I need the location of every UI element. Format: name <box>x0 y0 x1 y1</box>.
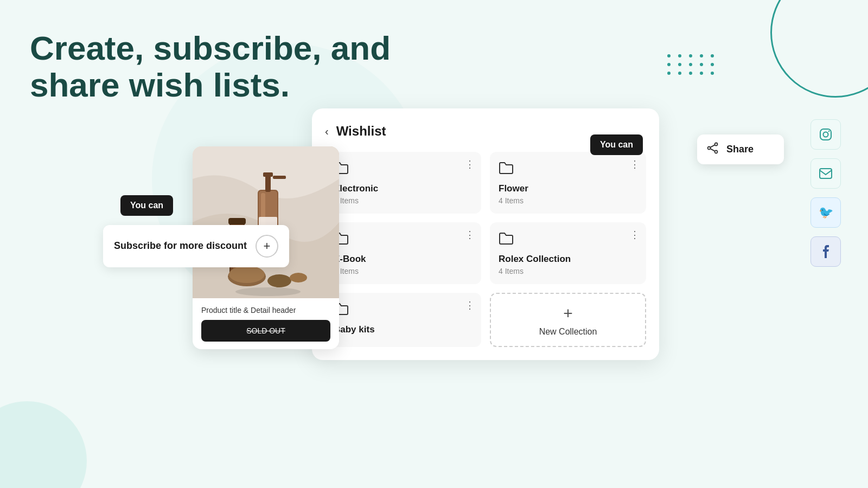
svg-rect-11 <box>228 218 246 224</box>
ebook-name: E-Book <box>334 254 473 265</box>
wishlist-item-electronic[interactable]: ⋮ Electronic 4 Items <box>325 152 481 214</box>
folder-icon-rolex <box>499 232 637 248</box>
svg-rect-25 <box>820 169 832 178</box>
subscribe-plus-button[interactable]: + <box>256 235 278 258</box>
bg-circle-top-right <box>770 0 868 98</box>
dot-grid <box>667 54 716 75</box>
electronic-count: 4 Items <box>334 196 473 205</box>
electronic-name: Electronic <box>334 183 473 194</box>
product-card-info: Product title & Detail header SOLD OUT <box>193 298 339 349</box>
wishlist-grid: ⋮ Electronic 4 Items ⋮ Flower 4 Items ⋮ <box>325 152 646 347</box>
social-icons-panel: 🐦 <box>810 119 841 267</box>
svg-point-15 <box>290 273 307 282</box>
twitter-button[interactable]: 🐦 <box>810 197 841 228</box>
svg-point-16 <box>235 287 301 296</box>
more-button-electronic[interactable]: ⋮ <box>465 159 475 169</box>
wishlist-item-rolex[interactable]: ⋮ Rolex Collection 4 Items <box>490 222 646 284</box>
more-button-baby[interactable]: ⋮ <box>465 300 475 310</box>
wishlist-item-new-collection[interactable]: + New Collection <box>490 293 646 347</box>
svg-rect-22 <box>820 129 831 140</box>
facebook-icon <box>822 245 829 259</box>
wishlist-item-flower[interactable]: ⋮ Flower 4 Items <box>490 152 646 214</box>
you-can-label-left: You can <box>130 201 163 210</box>
email-icon <box>819 168 833 179</box>
svg-rect-6 <box>263 172 273 177</box>
hero-section: Create, subscribe, and share wish lists. <box>30 30 442 104</box>
facebook-button[interactable] <box>810 236 841 267</box>
svg-point-18 <box>708 147 711 150</box>
instagram-button[interactable] <box>810 119 841 150</box>
product-title: Product title & Detail header <box>201 306 330 314</box>
svg-line-20 <box>710 145 715 147</box>
svg-point-23 <box>824 132 828 137</box>
product-image-svg <box>193 146 339 298</box>
svg-point-24 <box>828 131 829 132</box>
folder-icon <box>334 162 473 178</box>
more-button-ebook[interactable]: ⋮ <box>465 230 475 240</box>
instagram-icon <box>819 127 833 142</box>
svg-rect-7 <box>273 176 286 179</box>
wishlist-item-baby-kits[interactable]: ⋮ Baby kits <box>325 293 481 347</box>
svg-point-17 <box>715 143 718 146</box>
svg-point-14 <box>267 274 291 287</box>
back-button[interactable]: ‹ <box>325 125 329 138</box>
ebook-count: 4 Items <box>334 267 473 275</box>
you-can-badge-right: You can <box>590 134 643 155</box>
svg-point-13 <box>229 266 265 283</box>
subscribe-text: Subscribe for more discount <box>114 240 247 252</box>
wishlist-item-ebook[interactable]: ⋮ E-Book 4 Items <box>325 222 481 284</box>
share-label: Share <box>726 144 754 155</box>
rolex-name: Rolex Collection <box>499 254 637 265</box>
more-button-flower[interactable]: ⋮ <box>630 159 640 169</box>
new-collection-label: New Collection <box>539 327 597 337</box>
wishlist-title: Wishlist <box>336 124 386 139</box>
bg-circle-bottom-left <box>0 401 87 488</box>
share-dropdown: Share <box>697 134 784 164</box>
share-icon <box>707 142 719 157</box>
svg-line-21 <box>710 149 715 151</box>
folder-icon-flower <box>499 162 637 178</box>
product-card-image <box>193 146 339 298</box>
baby-kits-name: Baby kits <box>334 324 473 335</box>
svg-point-19 <box>715 151 718 153</box>
flower-name: Flower <box>499 183 637 194</box>
hero-title: Create, subscribe, and share wish lists. <box>30 30 442 104</box>
folder-icon-baby <box>334 303 473 319</box>
rolex-count: 4 Items <box>499 267 637 275</box>
flower-count: 4 Items <box>499 196 637 205</box>
new-collection-plus: + <box>563 304 573 323</box>
you-can-label-right: You can <box>600 140 633 149</box>
subscribe-tooltip: Subscribe for more discount + <box>103 225 289 267</box>
folder-icon-ebook <box>334 232 473 248</box>
sold-out-button[interactable]: SOLD OUT <box>201 320 330 342</box>
svg-rect-5 <box>265 175 271 192</box>
email-button[interactable] <box>810 158 841 189</box>
you-can-badge-left: You can <box>120 195 173 216</box>
more-button-rolex[interactable]: ⋮ <box>630 230 640 240</box>
